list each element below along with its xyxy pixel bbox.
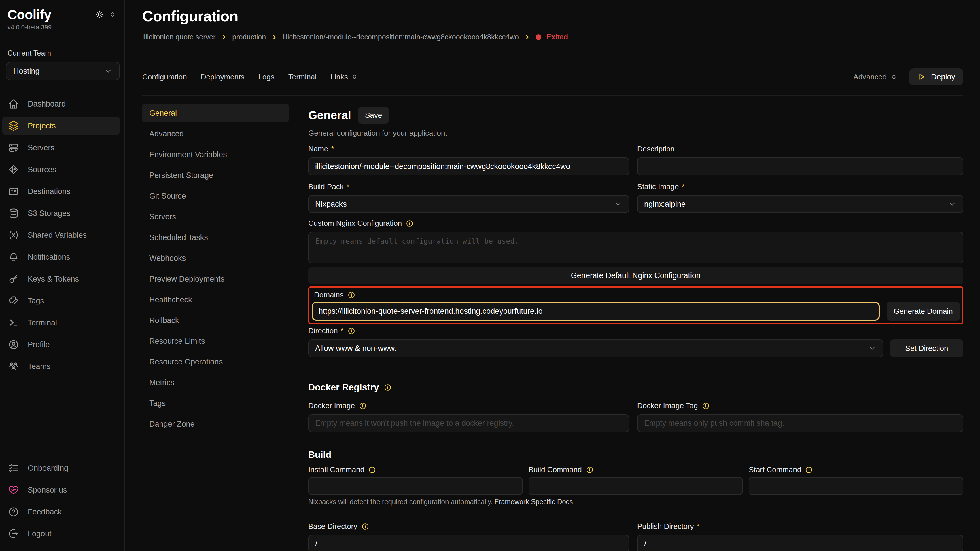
tab-links[interactable]: Links: [331, 73, 358, 81]
sidebar-item-keys-tokens[interactable]: Keys & Tokens: [2, 270, 120, 288]
start-command-input[interactable]: [749, 477, 963, 495]
custom-nginx-textarea[interactable]: [308, 232, 963, 264]
key-icon: [8, 273, 19, 284]
sidebar-collapse-icon[interactable]: [109, 11, 116, 18]
server-icon: [8, 142, 19, 153]
config-nav-webhooks[interactable]: Webhooks: [142, 249, 289, 267]
play-icon: [917, 73, 926, 81]
chevron-up-down-icon: [351, 73, 358, 81]
sidebar-item-projects[interactable]: Projects: [2, 117, 120, 135]
generate-nginx-button[interactable]: Generate Default Nginx Configuration: [308, 267, 963, 284]
base-directory-label: Base Directory: [308, 522, 629, 531]
tab-terminal[interactable]: Terminal: [288, 73, 317, 81]
sidebar-item-label: Tags: [28, 297, 44, 305]
config-nav-resource-operations[interactable]: Resource Operations: [142, 353, 289, 371]
breadcrumb-item[interactable]: production: [232, 33, 266, 41]
chevron-down-icon: [948, 200, 956, 208]
sidebar-item-terminal[interactable]: Terminal: [2, 313, 120, 332]
section-heading: General: [308, 109, 351, 122]
config-nav-tags[interactable]: Tags: [142, 394, 289, 413]
sidebar-item-servers[interactable]: Servers: [2, 138, 120, 157]
theme-toggle-icon[interactable]: [95, 10, 104, 19]
sidebar-item-feedback[interactable]: Feedback: [2, 503, 120, 521]
breadcrumb-item[interactable]: illicitonion quote server: [142, 33, 215, 41]
publish-directory-input[interactable]: [637, 535, 963, 551]
general-form: General Save General configuration for y…: [308, 107, 963, 551]
config-nav-general[interactable]: General: [142, 104, 289, 122]
config-nav-preview-deployments[interactable]: Preview Deployments: [142, 270, 289, 288]
config-nav-rollback[interactable]: Rollback: [142, 311, 289, 330]
config-nav-persistent-storage[interactable]: Persistent Storage: [142, 166, 289, 184]
sidebar-item-shared-variables[interactable]: Shared Variables: [2, 226, 120, 245]
config-nav-servers[interactable]: Servers: [142, 208, 289, 226]
config-nav-git-source[interactable]: Git Source: [142, 187, 289, 205]
sidebar-item-destinations[interactable]: Destinations: [2, 182, 120, 201]
heart-icon: [8, 484, 19, 495]
static-image-select[interactable]: nginx:alpine: [637, 195, 963, 213]
sidebar-item-label: S3 Storages: [28, 209, 71, 218]
help-icon: [8, 507, 19, 517]
advanced-label: Advanced: [853, 73, 887, 81]
info-icon: [359, 402, 366, 410]
docker-image-tag-input[interactable]: [637, 414, 963, 432]
sidebar-item-label: Onboarding: [28, 464, 68, 473]
docker-image-input[interactable]: [308, 414, 629, 432]
publish-directory-label: Publish Directory*: [637, 522, 963, 531]
sidebar-item-sponsor-us[interactable]: Sponsor us: [2, 481, 120, 499]
sidebar-item-notifications[interactable]: Notifications: [2, 248, 120, 266]
framework-docs-link[interactable]: Framework Specific Docs: [495, 498, 573, 505]
team-select[interactable]: Hosting: [6, 62, 120, 80]
build-pack-value: Nixpacks: [315, 200, 347, 209]
info-icon: [361, 523, 369, 530]
required-asterisk: *: [697, 522, 700, 531]
tab-configuration[interactable]: Configuration: [142, 73, 187, 81]
tab-deployments[interactable]: Deployments: [201, 73, 245, 81]
config-nav-advanced[interactable]: Advanced: [142, 125, 289, 143]
sidebar-item-profile[interactable]: Profile: [2, 335, 120, 354]
sidebar-item-sources[interactable]: Sources: [2, 160, 120, 179]
status-badge: Exited: [546, 33, 568, 41]
config-nav-metrics[interactable]: Metrics: [142, 373, 289, 392]
config-nav-resource-limits[interactable]: Resource Limits: [142, 332, 289, 350]
page-title: Configuration: [142, 8, 963, 25]
description-input[interactable]: [637, 157, 963, 175]
build-pack-label: Build Pack*: [308, 182, 629, 191]
sidebar-item-logout[interactable]: Logout: [2, 524, 120, 543]
sidebar-item-tags[interactable]: Tags: [2, 292, 120, 310]
deploy-button[interactable]: Deploy: [909, 68, 963, 86]
domains-highlight-box: Domains Generate Domain: [308, 286, 963, 324]
chevron-down-icon: [868, 344, 876, 353]
info-icon: [384, 384, 391, 391]
build-command-input[interactable]: [528, 477, 743, 495]
generate-domain-button[interactable]: Generate Domain: [887, 302, 960, 321]
main-area: Configuration illicitonion quote serverp…: [125, 0, 980, 551]
sidebar-item-onboarding[interactable]: Onboarding: [2, 459, 120, 477]
config-nav-environment-variables[interactable]: Environment Variables: [142, 145, 289, 164]
config-nav-healthcheck[interactable]: Healthcheck: [142, 291, 289, 309]
breadcrumb-item[interactable]: illicitestonion/-module--decomposition:m…: [283, 33, 519, 41]
config-nav-scheduled-tasks[interactable]: Scheduled Tasks: [142, 228, 289, 247]
sidebar-item-teams[interactable]: Teams: [2, 357, 120, 376]
name-input[interactable]: [308, 157, 629, 175]
breadcrumb-chevron-icon: [524, 34, 530, 40]
sidebar-item-s3-storages[interactable]: S3 Storages: [2, 204, 120, 222]
build-pack-select[interactable]: Nixpacks: [308, 195, 629, 213]
sidebar-item-dashboard[interactable]: Dashboard: [2, 95, 120, 113]
sidebar-item-label: Shared Variables: [28, 231, 87, 240]
build-command-label: Build Command: [528, 465, 743, 474]
build-heading: Build: [308, 449, 963, 460]
domains-input[interactable]: [312, 302, 880, 321]
direction-select[interactable]: Allow www & non-www.: [308, 340, 883, 357]
docker-registry-heading: Docker Registry: [308, 382, 963, 393]
status-dot: [536, 34, 541, 40]
chevron-down-icon: [104, 67, 112, 75]
base-directory-input[interactable]: [308, 535, 629, 551]
advanced-toggle[interactable]: Advanced: [853, 73, 897, 81]
set-direction-button[interactable]: Set Direction: [890, 340, 963, 357]
install-command-input[interactable]: [308, 477, 523, 495]
config-nav-danger-zone[interactable]: Danger Zone: [142, 415, 289, 433]
tab-logs[interactable]: Logs: [258, 73, 274, 81]
chevron-down-icon: [614, 200, 622, 208]
save-button[interactable]: Save: [358, 107, 389, 124]
users-icon: [8, 361, 19, 372]
